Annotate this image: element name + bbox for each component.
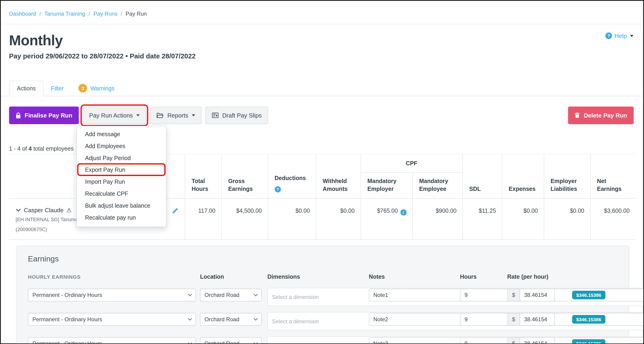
breadcrumb-dashboard[interactable]: Dashboard bbox=[9, 11, 36, 17]
cell-sdl: $11.25 bbox=[462, 199, 502, 240]
menu-item-add-message[interactable]: Add message bbox=[77, 128, 166, 140]
warnings-label: Warnings bbox=[90, 85, 114, 92]
pay-slip-icon bbox=[212, 113, 219, 118]
menu-item-recalculate-cpf[interactable]: Recalculate CPF bbox=[77, 188, 166, 199]
collapse-row-icon[interactable] bbox=[16, 209, 21, 212]
cell-withheld-amounts: $0.00 bbox=[316, 199, 360, 240]
earnings-row: Permanent - Ordinary Hours Orchard Road … bbox=[16, 313, 629, 332]
location-select[interactable]: Orchard Road bbox=[200, 337, 262, 344]
hourly-earnings-label: HOURLY EARNINGS bbox=[28, 274, 196, 280]
deductions-label: Deductions bbox=[274, 175, 306, 182]
finalise-pay-run-button[interactable]: Finalise Pay Run bbox=[9, 106, 79, 124]
breadcrumb-business[interactable]: Tanuma Training bbox=[44, 11, 85, 17]
cell-net-earnings: $3,600.00 bbox=[590, 199, 636, 240]
chevron-down-icon bbox=[630, 35, 633, 37]
rate-label: Rate (per hour) bbox=[507, 273, 548, 280]
col-mandatory-employee: Mandatory Employee bbox=[412, 173, 462, 199]
breadcrumb-pay-runs[interactable]: Pay Runs bbox=[94, 11, 118, 17]
reports-label: Reports bbox=[168, 112, 188, 119]
hours-label: Hours bbox=[460, 273, 493, 280]
pay-run-actions-menu: Add message Add Employees Adjust Pay Per… bbox=[76, 126, 166, 227]
cell-total-hours: 117.00 bbox=[185, 199, 222, 240]
summary-prefix: 1 - 4 of bbox=[9, 145, 28, 152]
location-select[interactable]: Orchard Road bbox=[200, 313, 262, 326]
breadcrumb-current: Pay Run bbox=[126, 11, 147, 17]
dimensions-label: Dimensions bbox=[267, 273, 348, 280]
delete-pay-run-button[interactable]: Delete Pay Run bbox=[568, 106, 634, 124]
rate-input[interactable] bbox=[520, 337, 555, 344]
menu-item-adjust-pay-period[interactable]: Adjust Pay Period bbox=[77, 152, 166, 164]
earnings-title: Earnings bbox=[28, 255, 59, 264]
summary-suffix: total employees bbox=[32, 145, 74, 152]
col-total-hours: Total Hours bbox=[185, 154, 222, 199]
cell-cpf-mandatory-employer: $765.00i bbox=[360, 199, 412, 240]
info-icon[interactable]: i bbox=[400, 209, 406, 216]
deductions-help-icon[interactable]: ? bbox=[274, 187, 281, 193]
draft-pay-slips-label: Draft Pay Slips bbox=[222, 112, 262, 119]
breadcrumb-separator: / bbox=[121, 11, 122, 17]
folder-open-icon bbox=[157, 112, 164, 118]
pay-period-subtitle: Pay period 29/06/2022 to 28/07/2022 • Pa… bbox=[9, 52, 196, 60]
cpf-group-header: CPF bbox=[360, 154, 462, 173]
tab-warnings[interactable]: 3 Warnings bbox=[71, 81, 122, 96]
col-withheld-amounts: Withheld Amounts bbox=[316, 154, 360, 199]
col-expenses: Expenses bbox=[502, 154, 544, 199]
col-gross-earnings: Gross Earnings bbox=[222, 154, 268, 199]
cell-cpf-mandatory-employee: $900.00 bbox=[412, 199, 462, 240]
col-deductions: Deductions ? bbox=[268, 154, 316, 199]
rate-input[interactable] bbox=[520, 313, 555, 326]
actions-toolbar: Finalise Pay Run Pay Run Actions Reports… bbox=[9, 106, 268, 124]
menu-item-bulk-adjust-leave-balance[interactable]: Bulk adjust leave balance bbox=[77, 199, 166, 211]
earning-type-select[interactable]: Permanent - Ordinary Hours bbox=[28, 337, 196, 344]
help-menu[interactable]: ? Help bbox=[606, 33, 633, 39]
earning-type-select[interactable]: Permanent - Ordinary Hours bbox=[28, 313, 196, 326]
earnings-panel: Earnings HOURLY EARNINGS Location Dimens… bbox=[16, 246, 629, 344]
help-icon: ? bbox=[606, 33, 612, 39]
tab-filter[interactable]: Filter bbox=[44, 81, 71, 96]
col-employer-liabilities: Employer Liabilities bbox=[544, 154, 590, 199]
cpf-employer-value: $765.00 bbox=[377, 207, 398, 214]
export-pay-run-label: Export Pay Run bbox=[85, 166, 125, 173]
line-total-badge: $346.15386 bbox=[572, 339, 605, 344]
employee-count-summary: 1 - 4 of 4 total employees bbox=[9, 145, 74, 152]
warning-icon: ⚠ bbox=[66, 207, 72, 213]
tab-actions[interactable]: Actions bbox=[9, 81, 44, 96]
rate-input[interactable] bbox=[520, 289, 555, 301]
col-mandatory-employer: Mandatory Employer bbox=[360, 173, 412, 199]
currency-addon: $ bbox=[507, 313, 520, 326]
line-total-badge: $346.15386 bbox=[572, 315, 605, 324]
earnings-row: Permanent - Ordinary Hours Orchard Road … bbox=[16, 337, 629, 344]
employee-name[interactable]: Casper Claude bbox=[24, 207, 64, 213]
trash-icon bbox=[575, 112, 580, 118]
tab-bar: Actions Filter 3 Warnings bbox=[1, 81, 643, 96]
breadcrumb: Dashboard / Tanuma Training / Pay Runs /… bbox=[1, 1, 643, 24]
summary-count: 4 bbox=[28, 145, 32, 152]
finalise-label: Finalise Pay Run bbox=[24, 112, 72, 119]
cell-expenses: $0.00 bbox=[502, 199, 544, 240]
cell-deductions: $0.00 bbox=[268, 199, 316, 240]
lock-icon bbox=[16, 112, 21, 119]
reports-button[interactable]: Reports bbox=[150, 106, 202, 124]
notes-label: Notes bbox=[369, 273, 454, 280]
earnings-row: Permanent - Ordinary Hours Orchard Road … bbox=[16, 289, 629, 307]
menu-item-add-employees[interactable]: Add Employees bbox=[77, 140, 166, 152]
pay-run-page: Dashboard / Tanuma Training / Pay Runs /… bbox=[0, 0, 644, 344]
breadcrumb-separator: / bbox=[89, 11, 90, 17]
pay-run-actions-label: Pay Run Actions bbox=[89, 112, 133, 119]
draft-pay-slips-button[interactable]: Draft Pay Slips bbox=[206, 106, 268, 124]
warnings-count-badge: 3 bbox=[78, 84, 87, 93]
breadcrumb-separator: / bbox=[40, 11, 41, 17]
help-label: Help bbox=[614, 33, 627, 39]
menu-item-recalculate-pay-run[interactable]: Recalculate pay run bbox=[77, 211, 166, 223]
pay-run-actions-button[interactable]: Pay Run Actions bbox=[83, 106, 146, 124]
col-net-earnings: Net Earnings bbox=[590, 154, 636, 199]
edit-icon[interactable] bbox=[172, 208, 178, 214]
menu-item-export-pay-run[interactable]: Export Pay Run bbox=[77, 164, 166, 176]
menu-item-import-pay-run[interactable]: Import Pay Run bbox=[77, 176, 166, 188]
cell-employer-liabilities: $0.00 bbox=[544, 199, 590, 240]
currency-addon: $ bbox=[507, 337, 520, 344]
currency-addon: $ bbox=[507, 289, 520, 301]
location-select[interactable]: Orchard Road bbox=[200, 289, 262, 301]
chevron-down-icon bbox=[192, 114, 195, 116]
earning-type-select[interactable]: Permanent - Ordinary Hours bbox=[28, 289, 196, 301]
